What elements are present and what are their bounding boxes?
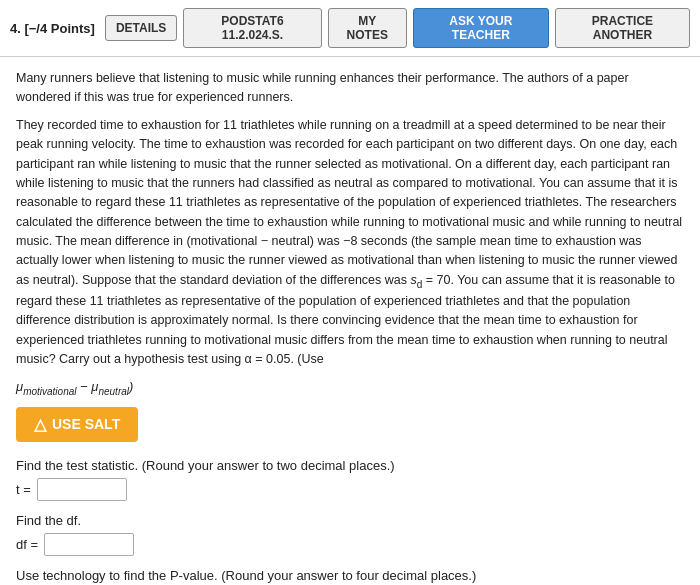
tab-details[interactable]: DETAILS bbox=[105, 15, 177, 41]
df-input[interactable] bbox=[44, 533, 134, 556]
content-area: Many runners believe that listening to m… bbox=[0, 57, 700, 585]
mu-hypothesis-line: μmotivational − μneutral) bbox=[16, 379, 684, 397]
pvalue-question: Use technology to find the P-value. (Rou… bbox=[16, 568, 684, 583]
t-input[interactable] bbox=[37, 478, 127, 501]
pvalue-group: Use technology to find the P-value. (Rou… bbox=[16, 568, 684, 585]
use-salt-container: △ USE SALT bbox=[16, 407, 684, 458]
test-stat-question: Find the test statistic. (Round your ans… bbox=[16, 458, 684, 473]
question-label: 4. [−/4 Points] bbox=[10, 21, 95, 36]
paragraph-1: Many runners believe that listening to m… bbox=[16, 69, 684, 108]
paragraph-2: They recorded time to exhaustion for 11 … bbox=[16, 116, 684, 370]
t-field-row: t = bbox=[16, 478, 684, 501]
problem-text: Many runners believe that listening to m… bbox=[16, 69, 684, 369]
df-question: Find the df. bbox=[16, 513, 684, 528]
tab-ask-teacher[interactable]: ASK YOUR TEACHER bbox=[413, 8, 549, 48]
df-label: df = bbox=[16, 537, 38, 552]
t-label: t = bbox=[16, 482, 31, 497]
salt-icon: △ bbox=[34, 415, 46, 434]
tab-practice[interactable]: PRACTICE ANOTHER bbox=[555, 8, 690, 48]
use-salt-button[interactable]: △ USE SALT bbox=[16, 407, 138, 442]
tab-podstat[interactable]: PODSTAT6 11.2.024.S. bbox=[183, 8, 321, 48]
df-group: Find the df. df = bbox=[16, 513, 684, 556]
df-field-row: df = bbox=[16, 533, 684, 556]
test-statistic-group: Find the test statistic. (Round your ans… bbox=[16, 458, 684, 501]
tab-my-notes[interactable]: MY NOTES bbox=[328, 8, 407, 48]
header: 4. [−/4 Points] DETAILS PODSTAT6 11.2.02… bbox=[0, 0, 700, 57]
use-salt-label: USE SALT bbox=[52, 416, 120, 432]
